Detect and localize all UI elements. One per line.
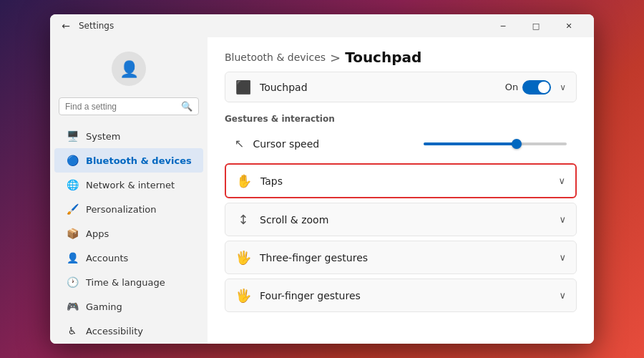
- accordion-scroll-zoom[interactable]: ↕Scroll & zoom∨: [225, 203, 577, 236]
- accordion-four-finger-chevron-icon: ∨: [559, 290, 566, 301]
- accordion-container: ✋Taps∨↕Scroll & zoom∨🖐️Three-finger gest…: [225, 163, 577, 312]
- sidebar-item-label-network: Network & internet: [86, 180, 175, 190]
- nav-list: 🖥️System🔵Bluetooth & devices🌐Network & i…: [50, 124, 208, 344]
- toggle-on-label: On: [505, 82, 518, 92]
- sidebar-item-accounts[interactable]: 👤Accounts: [54, 246, 203, 270]
- sidebar-item-personalization[interactable]: 🖌️Personalization: [54, 197, 203, 221]
- accordion-scroll-zoom-label: Scroll & zoom: [260, 214, 550, 226]
- sidebar-item-bluetooth[interactable]: 🔵Bluetooth & devices: [54, 148, 203, 173]
- sidebar-item-time[interactable]: 🕐Time & language: [54, 270, 203, 294]
- accounts-icon: 👤: [66, 251, 79, 264]
- sidebar-item-accessibility[interactable]: ♿Accessibility: [54, 319, 203, 343]
- window-body: 👤 🔍 🖥️System🔵Bluetooth & devices🌐Network…: [50, 37, 594, 344]
- sidebar-item-label-apps: Apps: [86, 228, 109, 239]
- avatar-area: 👤: [50, 43, 208, 97]
- titlebar: ← Settings ─ □ ✕: [50, 14, 594, 37]
- time-icon: 🕐: [66, 276, 79, 289]
- sidebar-item-label-accessibility: Accessibility: [86, 326, 143, 337]
- sidebar-item-network[interactable]: 🌐Network & internet: [54, 173, 203, 197]
- back-button[interactable]: ←: [59, 19, 73, 33]
- search-input[interactable]: [65, 102, 177, 112]
- maximize-button[interactable]: □: [519, 14, 552, 37]
- cursor-speed-label: Cursor speed: [253, 138, 415, 150]
- breadcrumb-current: Touchpad: [345, 49, 421, 66]
- gaming-icon: 🎮: [66, 300, 79, 313]
- accordion-three-finger-icon: 🖐️: [235, 250, 251, 265]
- sidebar-item-label-gaming: Gaming: [86, 301, 122, 312]
- accordion-three-finger-chevron-icon: ∨: [559, 252, 566, 263]
- accordion-four-finger-label: Four-finger gestures: [260, 290, 550, 301]
- gestures-section-label: Gestures & interaction: [225, 114, 577, 124]
- settings-window: ← Settings ─ □ ✕ 👤 🔍 🖥️System🔵Bluetooth …: [50, 14, 594, 344]
- touchpad-icon: ⬛: [235, 79, 251, 95]
- sidebar-item-label-personalization: Personalization: [86, 204, 157, 215]
- accordion-four-finger[interactable]: 🖐️Four-finger gestures∨: [225, 279, 577, 312]
- touchpad-chevron-icon[interactable]: ∨: [560, 82, 566, 92]
- sidebar-item-privacy[interactable]: 🛡️Privacy & security: [54, 343, 203, 344]
- main-header: Bluetooth & devices > Touchpad: [208, 37, 594, 72]
- bluetooth-icon: 🔵: [66, 154, 79, 167]
- avatar[interactable]: 👤: [112, 52, 146, 86]
- accordion-taps-chevron-icon: ∨: [558, 175, 565, 186]
- breadcrumb-sep: >: [330, 50, 341, 65]
- main-panel: Bluetooth & devices > Touchpad ⬛ Touchpa…: [208, 37, 594, 344]
- accordion-four-finger-icon: 🖐️: [235, 288, 251, 303]
- search-icon: 🔍: [181, 101, 192, 112]
- toggle-switch[interactable]: [522, 80, 551, 95]
- sidebar-item-system[interactable]: 🖥️System: [54, 124, 203, 148]
- sidebar-item-label-accounts: Accounts: [86, 253, 128, 263]
- toggle-thumb: [538, 82, 550, 93]
- breadcrumb-parent: Bluetooth & devices: [225, 52, 326, 63]
- accordion-three-finger-label: Three-finger gestures: [260, 252, 550, 263]
- slider-fill: [424, 142, 517, 145]
- main-content: ⬛ Touchpad On ∨ Gestures & interaction ↖: [208, 72, 594, 344]
- accordion-three-finger[interactable]: 🖐️Three-finger gestures∨: [225, 241, 577, 274]
- search-box[interactable]: 🔍: [59, 97, 199, 115]
- sidebar-item-label-bluetooth: Bluetooth & devices: [86, 155, 192, 166]
- accordion-scroll-zoom-icon: ↕: [235, 212, 251, 227]
- touchpad-row: ⬛ Touchpad On ∨: [225, 72, 577, 102]
- slider-thumb[interactable]: [512, 139, 522, 149]
- minimize-button[interactable]: ─: [487, 14, 519, 37]
- accordion-taps-label: Taps: [260, 175, 550, 187]
- cursor-icon: ↖: [235, 137, 244, 150]
- sidebar: 👤 🔍 🖥️System🔵Bluetooth & devices🌐Network…: [50, 37, 208, 344]
- accordion-scroll-zoom-chevron-icon: ∨: [559, 214, 566, 225]
- network-icon: 🌐: [66, 178, 79, 191]
- cursor-speed-row: ↖ Cursor speed: [225, 130, 577, 158]
- system-icon: 🖥️: [66, 130, 79, 142]
- sidebar-item-label-system: System: [86, 131, 120, 142]
- window-title: Settings: [79, 21, 114, 31]
- apps-icon: 📦: [66, 227, 79, 240]
- sidebar-item-gaming[interactable]: 🎮Gaming: [54, 294, 203, 319]
- sidebar-item-apps[interactable]: 📦Apps: [54, 221, 203, 246]
- accessibility-icon: ♿: [66, 324, 79, 337]
- touchpad-toggle-area[interactable]: On: [505, 80, 551, 95]
- breadcrumb: Bluetooth & devices > Touchpad: [225, 49, 577, 66]
- personalization-icon: 🖌️: [66, 203, 79, 216]
- window-controls: ─ □ ✕: [487, 14, 585, 37]
- touchpad-label: Touchpad: [260, 82, 497, 93]
- accordion-taps-icon: ✋: [236, 173, 252, 188]
- cursor-slider[interactable]: [424, 142, 567, 145]
- accordion-taps[interactable]: ✋Taps∨: [225, 163, 577, 198]
- close-button[interactable]: ✕: [552, 14, 585, 37]
- sidebar-item-label-time: Time & language: [86, 277, 165, 288]
- avatar-icon: 👤: [119, 60, 139, 78]
